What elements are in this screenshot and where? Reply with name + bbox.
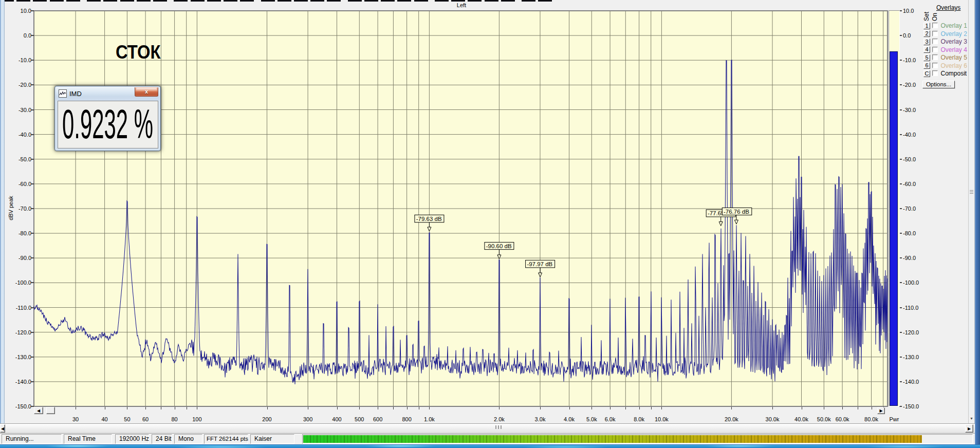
svg-text:-79.63 dB: -79.63 dB [416,216,442,222]
svg-text:-76.76 dB: -76.76 dB [724,209,749,215]
svg-text:-90.60 dB: -90.60 dB [486,243,512,249]
svg-text:-97.97 dB: -97.97 dB [527,261,552,267]
